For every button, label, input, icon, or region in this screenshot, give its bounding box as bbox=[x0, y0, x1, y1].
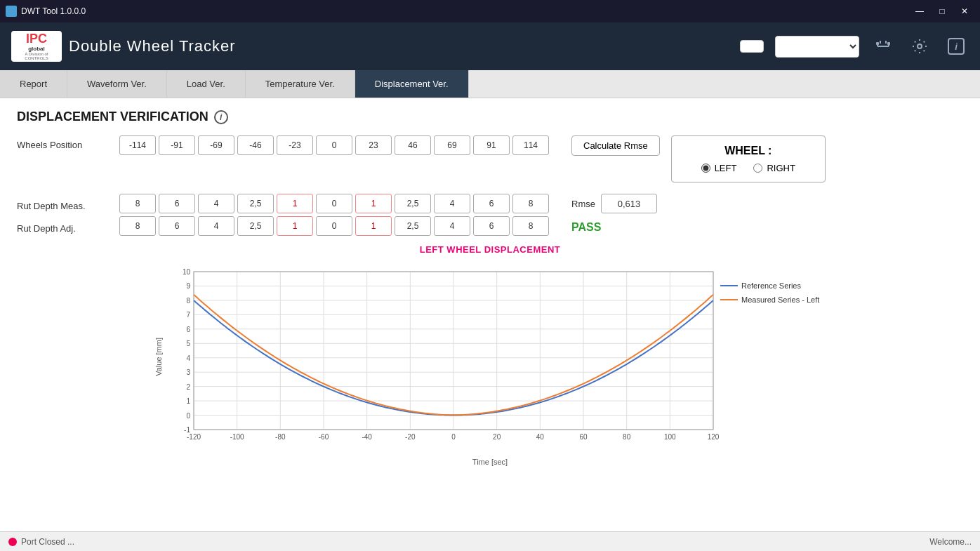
svg-text:80: 80 bbox=[623, 433, 631, 441]
wheel-position-value: 91 bbox=[473, 135, 510, 155]
wheel-position-value: 69 bbox=[434, 135, 470, 155]
section-title: DISPLACEMENT VERIFICATION i bbox=[17, 109, 963, 124]
svg-text:4: 4 bbox=[186, 354, 190, 362]
rut-depth-meas-row: Rut Depth Meas. 8642,51012,5468 Rmse 0,6… bbox=[17, 194, 963, 213]
port-select[interactable] bbox=[775, 36, 859, 58]
tab-displacement[interactable]: Displacement Ver. bbox=[355, 70, 469, 98]
tab-load[interactable]: Load Ver. bbox=[167, 70, 246, 98]
app-icon bbox=[6, 6, 17, 17]
rut-depth-meas-value: 2,5 bbox=[237, 194, 274, 213]
rut-depth-adj-value: 4 bbox=[198, 216, 234, 236]
settings-button[interactable] bbox=[907, 34, 932, 59]
displacement-chart: -120-100-80-60-40-20020406080100120-1012… bbox=[166, 258, 826, 454]
wheel-positions-grid: -114-91-69-46-23023466991114 bbox=[119, 135, 549, 155]
main-content: DISPLACEMENT VERIFICATION i Wheels Posit… bbox=[0, 98, 980, 531]
rut-depth-meas-value: 4 bbox=[434, 194, 470, 213]
window-controls: — □ ✕ bbox=[910, 4, 974, 18]
svg-rect-5 bbox=[876, 42, 879, 45]
calculate-rmse-button[interactable]: Calculate Rmse bbox=[571, 135, 660, 156]
svg-text:Measured Series - Left: Measured Series - Left bbox=[741, 296, 819, 304]
svg-text:2: 2 bbox=[186, 383, 190, 391]
rut-depth-meas-value: 2,5 bbox=[395, 194, 431, 213]
header: IPC global A Division of CONTROLS Double… bbox=[0, 22, 980, 70]
svg-text:60: 60 bbox=[579, 433, 588, 441]
rmse-label: Rmse bbox=[571, 199, 595, 209]
wheels-position-label: Wheels Position bbox=[17, 135, 108, 150]
svg-text:-80: -80 bbox=[275, 433, 286, 441]
status-welcome-text: Welcome... bbox=[929, 537, 972, 547]
svg-text:-120: -120 bbox=[187, 433, 201, 441]
svg-text:1: 1 bbox=[186, 397, 190, 405]
status-port-text: Port Closed ... bbox=[21, 537, 74, 547]
section-info-icon[interactable]: i bbox=[214, 110, 228, 124]
svg-text:20: 20 bbox=[493, 433, 501, 441]
rut-depth-adj-value: 8 bbox=[512, 216, 549, 236]
svg-text:9: 9 bbox=[186, 282, 190, 290]
wheel-position-value: -46 bbox=[237, 135, 274, 155]
wheel-position-value: -23 bbox=[277, 135, 313, 155]
svg-text:8: 8 bbox=[186, 297, 190, 305]
wheel-left-radio[interactable] bbox=[701, 164, 710, 173]
status-dot bbox=[8, 538, 17, 546]
tab-report[interactable]: Report bbox=[0, 70, 67, 98]
rut-depth-adj-value: 0 bbox=[316, 216, 352, 236]
chart-title: LEFT WHEEL DISPLACEMENT bbox=[420, 244, 560, 255]
tab-waveform[interactable]: Waveform Ver. bbox=[67, 70, 167, 98]
rut-depth-meas-label: Rut Depth Meas. bbox=[17, 197, 108, 211]
status-bar: Port Closed ... Welcome... bbox=[0, 531, 980, 551]
info-icon: i bbox=[948, 38, 965, 55]
svg-rect-6 bbox=[887, 42, 890, 45]
info-button[interactable]: i bbox=[943, 34, 969, 59]
maximize-button[interactable]: □ bbox=[932, 4, 952, 18]
rut-depth-meas-value: 4 bbox=[198, 194, 234, 213]
svg-text:5: 5 bbox=[186, 340, 190, 347]
wheel-right-radio[interactable] bbox=[753, 164, 762, 173]
pass-text: PASS bbox=[571, 221, 601, 234]
rmse-value: 0,613 bbox=[601, 194, 657, 213]
wheel-radio-group: LEFT RIGHT bbox=[686, 163, 811, 173]
svg-text:-100: -100 bbox=[230, 433, 244, 441]
rut-depth-adj-value: 6 bbox=[473, 216, 510, 236]
svg-text:-40: -40 bbox=[362, 433, 372, 441]
svg-text:Reference Series: Reference Series bbox=[741, 281, 801, 290]
tab-bar: Report Waveform Ver. Load Ver. Temperatu… bbox=[0, 70, 980, 98]
tab-temperature[interactable]: Temperature Ver. bbox=[246, 70, 355, 98]
wheel-right-option[interactable]: RIGHT bbox=[753, 163, 795, 173]
logo-global: global bbox=[17, 46, 56, 53]
try-available-ports-button[interactable] bbox=[740, 40, 764, 53]
wheels-position-row: Wheels Position -114-91-69-46-2302346699… bbox=[17, 135, 963, 182]
rut-depth-adj-label: Rut Depth Adj. bbox=[17, 219, 108, 234]
title-bar: DWT Tool 1.0.0.0 — □ ✕ bbox=[0, 0, 980, 22]
rut-depth-adj-value: 2,5 bbox=[237, 216, 274, 236]
rut-depth-meas-value: 8 bbox=[512, 194, 549, 213]
wheel-selector-title: WHEEL : bbox=[686, 145, 811, 157]
chart-svg-wrapper: -120-100-80-60-40-20020406080100120-1012… bbox=[166, 258, 826, 456]
rut-depth-meas-value: 1 bbox=[277, 194, 313, 213]
wheel-left-option[interactable]: LEFT bbox=[701, 163, 737, 173]
logo-box: IPC global A Division of CONTROLS bbox=[11, 31, 62, 62]
rut-depth-adj-value: 6 bbox=[159, 216, 195, 236]
svg-text:6: 6 bbox=[186, 326, 190, 333]
gear-icon bbox=[911, 38, 928, 55]
rut-depth-adj-row: Rut Depth Adj. 8642,51012,5468 PASS bbox=[17, 216, 963, 236]
x-axis-label: Time [sec] bbox=[472, 458, 508, 466]
svg-text:7: 7 bbox=[186, 311, 190, 319]
minimize-button[interactable]: — bbox=[910, 4, 929, 18]
wheel-position-value: -69 bbox=[198, 135, 234, 155]
close-button[interactable]: ✕ bbox=[955, 4, 974, 18]
wheel-position-value: 46 bbox=[395, 135, 431, 155]
rut-depth-adj-grid: 8642,51012,5468 bbox=[119, 216, 549, 236]
svg-point-7 bbox=[918, 44, 922, 48]
rut-depth-adj-value: 8 bbox=[119, 216, 156, 236]
connector-icon bbox=[875, 38, 892, 55]
svg-text:0: 0 bbox=[186, 412, 190, 420]
rut-depth-meas-value: 0 bbox=[316, 194, 352, 213]
title-text: DWT Tool 1.0.0.0 bbox=[21, 6, 86, 16]
connect-icon-button[interactable] bbox=[870, 34, 896, 59]
rut-depth-meas-value: 1 bbox=[355, 194, 392, 213]
svg-text:-60: -60 bbox=[319, 433, 329, 441]
app-title: Double Wheel Tracker bbox=[69, 37, 236, 55]
rut-depth-meas-value: 6 bbox=[473, 194, 510, 213]
rut-depth-adj-value: 2,5 bbox=[395, 216, 431, 236]
wheel-position-value: 0 bbox=[316, 135, 352, 155]
